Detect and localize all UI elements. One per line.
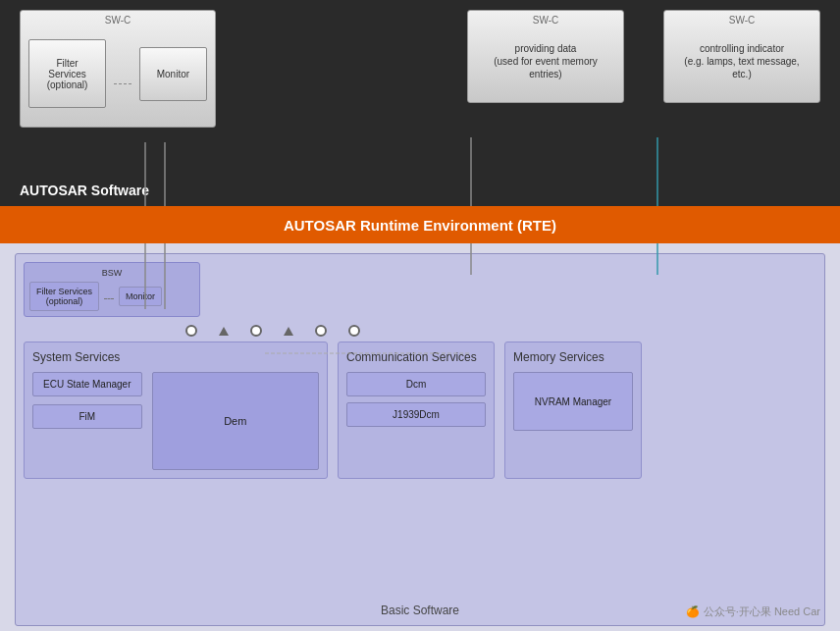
autosar-software-label: AUTOSAR Software — [20, 177, 820, 206]
swc-box-2: SW-C providing data(used for event memor… — [467, 10, 624, 103]
connector-arrow-1 — [219, 327, 229, 336]
j1939dcm-box: J1939Dcm — [346, 402, 486, 427]
bsw-inner: BSW Filter Services(optional) Monitor — [15, 253, 825, 626]
connector-circle-2 — [250, 325, 262, 337]
swc-row: SW-C Filter Services(optional) Monitor S… — [20, 10, 820, 177]
swc2-content: providing data(used for event memoryentr… — [494, 42, 598, 80]
bsw-inner-row: Filter Services(optional) Monitor — [29, 282, 194, 311]
bsw-monitor: Monitor — [119, 287, 162, 306]
connector-row — [185, 325, 816, 337]
memory-inner: NVRAM Manager — [513, 372, 633, 431]
swc1-header: SW-C — [105, 15, 131, 26]
system-services-inner: ECU State Manager FiM Dem — [32, 372, 319, 470]
fim-box: FiM — [32, 404, 142, 429]
monitor-box-top: Monitor — [139, 47, 207, 101]
swc2-header: SW-C — [533, 15, 558, 26]
memory-services-box: Memory Services NVRAM Manager — [504, 342, 642, 479]
swc3-content: controlling indicator(e.g. lamps, text m… — [684, 42, 799, 80]
bsw-box-label: BSW — [29, 268, 194, 278]
watermark-icon: 🍊 — [686, 605, 700, 618]
connector-circle-1 — [185, 325, 197, 337]
main-container: SW-C Filter Services(optional) Monitor S… — [0, 0, 840, 631]
bsw-top: BSW Filter Services(optional) Monitor — [24, 262, 816, 317]
connector-arrow-2 — [284, 327, 293, 336]
top-section: SW-C Filter Services(optional) Monitor S… — [0, 0, 840, 206]
comm-inner: Dcm J1939Dcm — [346, 372, 486, 427]
dcm-box: Dcm — [346, 372, 486, 396]
bsw-filter-box: BSW Filter Services(optional) Monitor — [24, 262, 200, 317]
nvram-box: NVRAM Manager — [513, 372, 633, 431]
connector-circle-3 — [315, 325, 327, 337]
rte-bar: AUTOSAR Runtime Environment (RTE) — [0, 206, 840, 243]
swc3-header: SW-C — [729, 15, 755, 26]
watermark-text: 公众号·开心果 Need Car — [704, 605, 820, 619]
rte-label: AUTOSAR Runtime Environment (RTE) — [284, 217, 556, 234]
bsw-label: Basic Software — [381, 604, 459, 617]
ecu-state-manager: ECU State Manager — [32, 372, 142, 396]
connector-circle-4 — [348, 325, 360, 337]
services-row: System Services ECU State Manager FiM De… — [24, 342, 816, 479]
communication-services-title: Communication Services — [346, 350, 486, 364]
filter-services-box: Filter Services(optional) — [28, 39, 106, 108]
system-services-box: System Services ECU State Manager FiM De… — [24, 342, 328, 479]
swc-box-1: SW-C Filter Services(optional) Monitor — [20, 10, 216, 128]
bottom-section: BSW Filter Services(optional) Monitor — [0, 243, 840, 631]
communication-services-box: Communication Services Dcm J1939Dcm — [338, 342, 495, 479]
left-managers: ECU State Manager FiM — [32, 372, 142, 429]
memory-services-title: Memory Services — [513, 350, 633, 364]
watermark: 🍊 公众号·开心果 Need Car — [686, 605, 820, 619]
bsw-filter-services: Filter Services(optional) — [29, 282, 99, 311]
swc-box-3: SW-C controlling indicator(e.g. lamps, t… — [663, 10, 820, 103]
dem-box: Dem — [152, 372, 320, 470]
system-services-title: System Services — [32, 350, 319, 364]
